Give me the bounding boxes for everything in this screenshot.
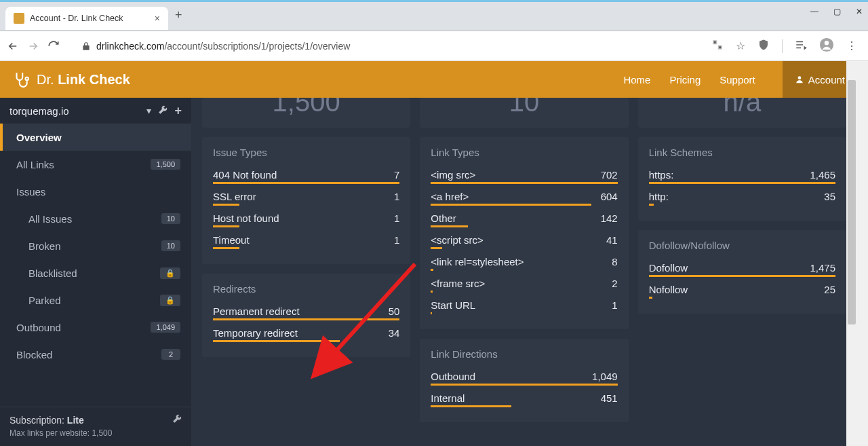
maximize-icon[interactable]: ▢ (833, 7, 841, 16)
minimize-icon[interactable]: — (810, 7, 818, 16)
wrench-icon[interactable] (172, 414, 182, 426)
nav-support[interactable]: Support (719, 74, 755, 86)
stat-name: https: (649, 169, 810, 181)
sidebar: torquemag.io ▾ + OverviewAll Links1,500I… (0, 98, 191, 446)
translate-icon[interactable] (711, 39, 724, 54)
stat-name: SSL error (213, 191, 394, 202)
menu-icon[interactable]: ⋮ (846, 39, 857, 52)
sidebar-item-issues[interactable]: Issues (0, 178, 191, 205)
svg-point-2 (26, 77, 28, 80)
stat-row[interactable]: Internal451 (431, 390, 617, 405)
sidebar-item-label: Blacklisted (28, 267, 160, 279)
stat-name: <img src> (431, 169, 600, 181)
stat-name: Nofollow (649, 284, 825, 295)
sidebar-item-broken[interactable]: Broken10 (0, 232, 191, 259)
subscription-footer: Subscription: Lite Max links per website… (0, 407, 191, 446)
stat-bar (649, 275, 835, 277)
stat-bar (431, 384, 617, 386)
stat-row[interactable]: <link rel=stylesheet>8 (431, 253, 617, 269)
back-button[interactable] (7, 40, 19, 52)
sidebar-item-label: Broken (28, 240, 161, 252)
stat-row[interactable]: <frame src>2 (431, 275, 617, 291)
count-badge: 10 (161, 213, 180, 224)
chevron-down-icon[interactable]: ▾ (146, 105, 151, 116)
sidebar-item-label: All Issues (28, 213, 161, 225)
url-input[interactable]: drlinkcheck.com/account/subscriptions/1/… (68, 41, 703, 52)
summary-na: n/a (638, 98, 846, 128)
stat-row[interactable]: Nofollow25 (649, 281, 835, 297)
stat-value: 41 (606, 234, 618, 246)
wrench-icon[interactable] (158, 105, 167, 117)
address-bar: drlinkcheck.com/account/subscriptions/1/… (0, 31, 868, 61)
stat-row[interactable]: https:1,465 (649, 166, 835, 182)
stat-row[interactable]: SSL error1 (213, 188, 399, 204)
stat-name: Start URL (431, 299, 612, 311)
stat-row[interactable]: Outbound1,049 (431, 368, 617, 384)
nav-home[interactable]: Home (623, 74, 650, 86)
summary-issues: 10 (420, 98, 628, 128)
svg-point-1 (825, 41, 829, 45)
stat-row[interactable]: <img src>702 (431, 166, 617, 182)
sidebar-item-parked[interactable]: Parked🔒 (0, 286, 191, 314)
lock-icon: 🔒 (160, 295, 180, 306)
site-name: torquemag.io (9, 105, 69, 117)
url-domain: drlinkcheck.com (96, 41, 164, 52)
stat-name: Permanent redirect (213, 305, 389, 317)
stat-row[interactable]: Other142 (431, 210, 617, 225)
stat-value: 1 (394, 234, 399, 246)
stat-value: 1,465 (810, 169, 835, 181)
count-badge: 10 (161, 240, 180, 251)
sidebar-item-overview[interactable]: Overview (0, 124, 191, 151)
plus-icon[interactable]: + (174, 104, 182, 118)
stat-name: Temporary redirect (213, 327, 389, 339)
stat-value: 142 (601, 212, 618, 224)
vertical-scrollbar[interactable] (846, 61, 857, 446)
app-header: Dr. Link Check Home Pricing Support Acco… (0, 61, 857, 98)
sidebar-item-blacklisted[interactable]: Blacklisted🔒 (0, 259, 191, 286)
stat-bar (431, 405, 511, 407)
card-title: Link Schemes (649, 147, 835, 158)
stat-bar (213, 204, 239, 206)
sidebar-item-label: All Links (16, 159, 151, 170)
bookmark-icon[interactable]: ☆ (736, 39, 745, 52)
tab-title: Account - Dr. Link Check (30, 14, 149, 23)
close-window-icon[interactable]: ✕ (856, 7, 863, 16)
stat-value: 7 (394, 169, 399, 181)
stat-bar (213, 247, 239, 249)
lock-icon: 🔒 (160, 267, 180, 279)
browser-tabstrip: Account - Dr. Link Check × + — ▢ ✕ (0, 0, 868, 31)
sidebar-item-all-links[interactable]: All Links1,500 (0, 151, 191, 178)
stat-row[interactable]: Permanent redirect50 (213, 303, 399, 318)
stat-bar (649, 297, 653, 299)
stat-row[interactable]: Temporary redirect34 (213, 324, 399, 340)
stat-value: 8 (612, 256, 617, 267)
shield-icon[interactable] (757, 39, 770, 54)
site-selector[interactable]: torquemag.io ▾ + (0, 98, 191, 124)
forward-button[interactable] (27, 40, 39, 52)
stat-row[interactable]: Timeout1 (213, 231, 399, 247)
nav-pricing[interactable]: Pricing (669, 74, 701, 86)
sidebar-item-all-issues[interactable]: All Issues10 (0, 205, 191, 232)
stat-name: <frame src> (431, 278, 612, 289)
close-tab-icon[interactable]: × (155, 13, 160, 24)
stat-bar (431, 247, 442, 249)
stat-row[interactable]: Start URL1 (431, 297, 617, 312)
app-logo[interactable]: Dr. Link Check (12, 71, 130, 88)
playlist-icon[interactable] (795, 39, 807, 54)
browser-tab[interactable]: Account - Dr. Link Check × (5, 7, 168, 30)
stat-row[interactable]: Dofollow1,475 (649, 259, 835, 275)
stat-row[interactable]: http:35 (649, 188, 835, 204)
sidebar-item-outbound[interactable]: Outbound1,049 (0, 314, 191, 341)
stat-row[interactable]: 404 Not found7 (213, 166, 399, 182)
profile-icon[interactable] (819, 37, 834, 55)
stat-row[interactable]: <script src>41 (431, 231, 617, 247)
stat-name: <script src> (431, 234, 606, 246)
stat-row[interactable]: Host not found1 (213, 210, 399, 225)
reload-button[interactable] (47, 40, 60, 52)
sidebar-item-blocked[interactable]: Blocked2 (0, 341, 191, 368)
new-tab-button[interactable]: + (175, 8, 182, 22)
sidebar-item-label: Parked (28, 295, 160, 306)
stat-value: 50 (389, 305, 400, 317)
sidebar-item-label: Outbound (16, 322, 151, 333)
stat-row[interactable]: <a href>604 (431, 188, 617, 204)
